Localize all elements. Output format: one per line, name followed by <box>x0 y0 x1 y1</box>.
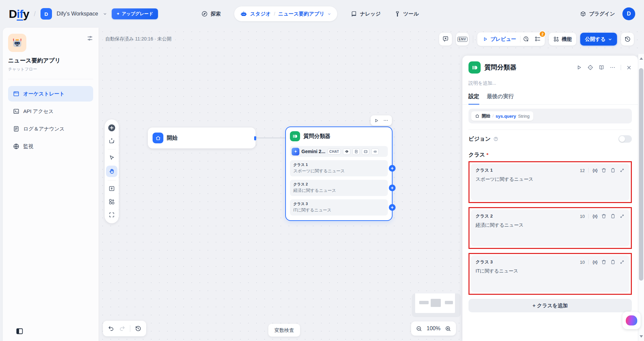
edge-source-handle[interactable] <box>254 136 256 140</box>
divider <box>130 325 130 332</box>
expand-icon[interactable] <box>619 259 625 265</box>
variable-chip[interactable]: 開始 / sys.query String <box>471 111 533 121</box>
workspace-name[interactable]: Dify's Workspace <box>57 11 98 17</box>
app-settings-icon[interactable] <box>87 35 93 41</box>
nav-studio[interactable]: スタジオ <box>250 11 271 17</box>
version-history-button[interactable] <box>621 33 634 46</box>
features-button[interactable]: 機能 <box>549 33 576 46</box>
sidebar-item-monitoring[interactable]: 監視 <box>8 139 93 154</box>
node-class-row[interactable]: クラス 3 ITに関するニュース <box>290 199 388 216</box>
dify-logo[interactable]: Dify <box>9 7 29 21</box>
tab-last-run[interactable]: 最後の実行 <box>487 93 514 104</box>
run-history-icon[interactable] <box>520 33 532 45</box>
nav-tools[interactable]: ツール <box>394 11 419 17</box>
import-dsl-button[interactable] <box>107 183 117 194</box>
nav-plugins[interactable]: プラグイン <box>580 11 615 17</box>
add-branch-handle[interactable] <box>389 184 396 191</box>
expand-icon[interactable] <box>619 214 625 219</box>
panel-scrollbar[interactable] <box>638 54 644 341</box>
add-note-button[interactable] <box>107 136 117 146</box>
description-placeholder[interactable]: 説明を追加... <box>468 80 632 86</box>
help-icon[interactable] <box>493 136 499 142</box>
delete-icon[interactable] <box>601 214 607 219</box>
start-node[interactable]: 開始 <box>148 127 256 148</box>
app-icon[interactable] <box>8 34 26 52</box>
insert-variable-icon[interactable]: {x} <box>592 260 597 264</box>
chevron-down-icon[interactable] <box>327 12 331 16</box>
zoom-out-icon[interactable] <box>416 325 422 332</box>
video-capability-icon <box>362 148 369 155</box>
expand-icon[interactable] <box>619 168 625 173</box>
extension-fab[interactable] <box>622 312 641 329</box>
scroll-down-arrow[interactable] <box>640 335 643 338</box>
zoom-level[interactable]: 100% <box>427 325 440 332</box>
variable-inspect-button[interactable]: 変数検査 <box>268 324 300 337</box>
node-class-row[interactable]: クラス 2 経済に関するニュース <box>290 180 388 196</box>
delete-icon[interactable] <box>601 168 607 173</box>
question-classifier-node[interactable]: 質問分類器 Gemini 2... CHAT クラス 1 スポーツに関するニュー… <box>285 126 393 221</box>
collapse-sidebar-icon[interactable] <box>16 327 24 335</box>
copy-icon[interactable] <box>610 168 616 173</box>
add-class-button[interactable]: + クラスを追加 <box>468 299 632 312</box>
nav-studio-pill[interactable]: スタジオ / ニュース要約アプリ <box>234 6 337 21</box>
divider <box>588 260 589 264</box>
breadcrumb-app-name[interactable]: ニュース要約アプリ <box>278 11 324 17</box>
hammer-icon <box>394 11 401 17</box>
delete-icon[interactable] <box>601 259 607 265</box>
class-description[interactable]: ITに関するニュース <box>476 268 625 274</box>
change-history-icon[interactable] <box>135 325 141 332</box>
run-node-icon[interactable] <box>576 64 582 70</box>
checklist-icon[interactable]: 2 <box>532 33 543 45</box>
model-selector[interactable]: Gemini 2... CHAT <box>290 146 388 157</box>
add-branch-handle[interactable] <box>389 165 396 172</box>
node-class-row[interactable]: クラス 1 スポーツに関するニュース <box>290 160 388 176</box>
fit-view-button[interactable] <box>107 210 117 220</box>
hand-tool-button[interactable] <box>106 166 117 177</box>
node-config-panel: 質問分類器 説明を追加... 設定 最後の実行 開始 / sys.query S… <box>462 56 638 341</box>
sidebar-item-orchestrate[interactable]: オーケストレート <box>8 86 93 102</box>
sidebar-item-label: ログ＆アナウンス <box>23 126 64 132</box>
copy-icon[interactable] <box>610 214 616 219</box>
close-icon[interactable] <box>626 65 632 70</box>
zoom-in-icon[interactable] <box>445 325 451 332</box>
publish-button[interactable]: 公開する <box>580 33 617 46</box>
env-variables-button[interactable]: ENV <box>456 33 469 46</box>
tab-settings[interactable]: 設定 <box>468 93 479 104</box>
add-node-button[interactable] <box>107 123 117 133</box>
panel-tabs: 設定 最後の実行 <box>462 93 638 105</box>
scrollbar-thumb[interactable] <box>639 68 643 281</box>
nav-knowledge[interactable]: ナレッジ <box>351 11 380 17</box>
run-node-icon[interactable] <box>374 118 379 123</box>
insert-variable-icon[interactable]: {x} <box>592 214 597 219</box>
vision-toggle[interactable] <box>618 135 632 143</box>
copy-icon[interactable] <box>610 259 616 265</box>
docs-icon[interactable] <box>598 64 605 70</box>
workspace-avatar[interactable]: D <box>41 8 52 20</box>
chat-variables-button[interactable] <box>439 33 452 46</box>
annotation-rectangle: クラス 2 10 {x} 経済に関するニュース <box>468 207 632 249</box>
chevron-down-icon[interactable] <box>103 12 107 16</box>
scroll-up-arrow[interactable] <box>640 57 643 60</box>
class-card[interactable]: クラス 3 10 {x} ITに関するニュース <box>471 255 629 292</box>
preview-button[interactable]: プレビュー <box>479 36 520 42</box>
class-card[interactable]: クラス 1 12 {x} スポーツに関するニュース <box>471 164 629 201</box>
more-options-icon[interactable] <box>610 64 616 70</box>
class-description[interactable]: スポーツに関するニュース <box>476 176 625 182</box>
sidebar-item-logs[interactable]: ログ＆アナウンス <box>8 121 93 137</box>
sidebar-item-api-access[interactable]: API アクセス <box>8 104 93 119</box>
insert-variable-icon[interactable]: {x} <box>592 168 597 173</box>
add-branch-handle[interactable] <box>389 204 396 211</box>
undo-icon[interactable] <box>108 325 114 332</box>
upgrade-button[interactable]: ✦アップグレード <box>112 8 158 19</box>
class-description[interactable]: 経済に関するニュース <box>476 222 625 228</box>
canvas-minimap[interactable] <box>412 293 461 317</box>
more-options-icon[interactable] <box>383 118 388 123</box>
pointer-tool-button[interactable] <box>107 152 117 163</box>
focus-node-icon[interactable] <box>587 64 593 70</box>
nav-explore[interactable]: 探索 <box>201 10 221 17</box>
redo-icon[interactable] <box>119 325 126 332</box>
robot-app-icon <box>11 37 23 49</box>
class-card[interactable]: クラス 2 10 {x} 経済に関するニュース <box>471 209 629 247</box>
user-avatar[interactable]: D <box>622 7 635 20</box>
organize-blocks-button[interactable] <box>107 197 117 207</box>
